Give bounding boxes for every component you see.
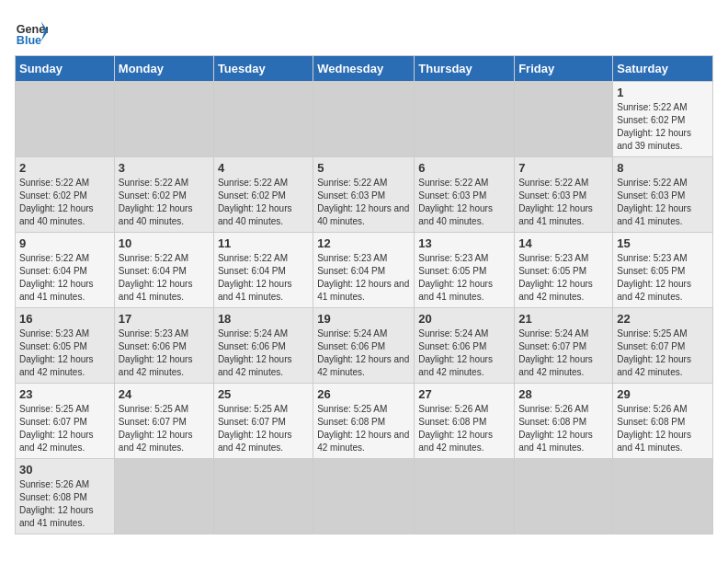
calendar-cell: 15Sunrise: 5:23 AM Sunset: 6:05 PM Dayli… [613, 233, 713, 308]
calendar-cell: 11Sunrise: 5:22 AM Sunset: 6:04 PM Dayli… [213, 233, 313, 308]
calendar-cell: 6Sunrise: 5:22 AM Sunset: 6:03 PM Daylig… [415, 157, 515, 233]
calendar-cell [613, 459, 713, 534]
day-number: 18 [218, 312, 309, 326]
day-info: Sunrise: 5:23 AM Sunset: 6:04 PM Dayligh… [317, 252, 410, 304]
calendar-cell: 24Sunrise: 5:25 AM Sunset: 6:07 PM Dayli… [114, 384, 213, 459]
day-number: 9 [19, 236, 110, 250]
week-row-1: 1Sunrise: 5:22 AM Sunset: 6:02 PM Daylig… [16, 82, 713, 157]
day-info: Sunrise: 5:25 AM Sunset: 6:07 PM Dayligh… [617, 327, 709, 379]
day-number: 16 [19, 312, 110, 326]
day-number: 7 [518, 161, 609, 175]
header-day-tuesday: Tuesday [213, 56, 313, 82]
day-info: Sunrise: 5:22 AM Sunset: 6:02 PM Dayligh… [19, 177, 110, 228]
day-info: Sunrise: 5:22 AM Sunset: 6:04 PM Dayligh… [119, 252, 210, 304]
day-info: Sunrise: 5:22 AM Sunset: 6:03 PM Dayligh… [617, 177, 709, 228]
day-number: 3 [119, 161, 210, 175]
logo: General Blue [15, 15, 48, 48]
header-day-thursday: Thursday [415, 56, 515, 82]
day-number: 28 [518, 387, 609, 401]
day-number: 10 [119, 236, 210, 250]
day-info: Sunrise: 5:22 AM Sunset: 6:04 PM Dayligh… [19, 252, 110, 304]
calendar-cell [114, 459, 213, 534]
calendar-cell [114, 82, 213, 157]
week-row-4: 16Sunrise: 5:23 AM Sunset: 6:05 PM Dayli… [16, 308, 713, 384]
day-number: 14 [518, 236, 609, 250]
calendar-cell: 19Sunrise: 5:24 AM Sunset: 6:06 PM Dayli… [313, 308, 415, 384]
day-number: 11 [218, 236, 309, 250]
calendar-cell: 4Sunrise: 5:22 AM Sunset: 6:02 PM Daylig… [213, 157, 313, 233]
day-number: 2 [19, 161, 110, 175]
header-day-friday: Friday [515, 56, 613, 82]
calendar-cell: 14Sunrise: 5:23 AM Sunset: 6:05 PM Dayli… [515, 233, 613, 308]
day-info: Sunrise: 5:23 AM Sunset: 6:05 PM Dayligh… [19, 327, 110, 379]
calendar-cell: 8Sunrise: 5:22 AM Sunset: 6:03 PM Daylig… [613, 157, 713, 233]
header-day-wednesday: Wednesday [313, 56, 415, 82]
day-number: 8 [617, 161, 709, 175]
day-info: Sunrise: 5:22 AM Sunset: 6:02 PM Dayligh… [218, 177, 309, 228]
calendar-cell: 1Sunrise: 5:22 AM Sunset: 6:02 PM Daylig… [613, 82, 713, 157]
calendar-cell: 7Sunrise: 5:22 AM Sunset: 6:03 PM Daylig… [515, 157, 613, 233]
day-number: 6 [418, 161, 510, 175]
calendar-cell: 25Sunrise: 5:25 AM Sunset: 6:07 PM Dayli… [213, 384, 313, 459]
day-number: 4 [218, 161, 309, 175]
calendar-cell [16, 82, 115, 157]
calendar-cell: 17Sunrise: 5:23 AM Sunset: 6:06 PM Dayli… [114, 308, 213, 384]
day-info: Sunrise: 5:24 AM Sunset: 6:06 PM Dayligh… [317, 327, 410, 379]
calendar-cell: 9Sunrise: 5:22 AM Sunset: 6:04 PM Daylig… [16, 233, 115, 308]
day-info: Sunrise: 5:26 AM Sunset: 6:08 PM Dayligh… [19, 478, 110, 530]
day-info: Sunrise: 5:23 AM Sunset: 6:05 PM Dayligh… [518, 252, 609, 304]
calendar-cell: 29Sunrise: 5:26 AM Sunset: 6:08 PM Dayli… [613, 384, 713, 459]
day-info: Sunrise: 5:23 AM Sunset: 6:05 PM Dayligh… [418, 252, 510, 304]
day-number: 19 [317, 312, 410, 326]
calendar-cell: 28Sunrise: 5:26 AM Sunset: 6:08 PM Dayli… [515, 384, 613, 459]
calendar-cell: 10Sunrise: 5:22 AM Sunset: 6:04 PM Dayli… [114, 233, 213, 308]
logo-icon: General Blue [15, 15, 48, 48]
calendar-cell: 20Sunrise: 5:24 AM Sunset: 6:06 PM Dayli… [415, 308, 515, 384]
day-info: Sunrise: 5:22 AM Sunset: 6:03 PM Dayligh… [518, 177, 609, 228]
calendar-cell: 23Sunrise: 5:25 AM Sunset: 6:07 PM Dayli… [16, 384, 115, 459]
calendar-cell [515, 459, 613, 534]
day-number: 30 [19, 463, 110, 477]
calendar-cell: 3Sunrise: 5:22 AM Sunset: 6:02 PM Daylig… [114, 157, 213, 233]
day-number: 25 [218, 387, 309, 401]
header-row: SundayMondayTuesdayWednesdayThursdayFrid… [16, 56, 713, 82]
day-number: 1 [617, 86, 709, 99]
calendar-cell: 13Sunrise: 5:23 AM Sunset: 6:05 PM Dayli… [415, 233, 515, 308]
day-number: 5 [317, 161, 410, 175]
day-info: Sunrise: 5:25 AM Sunset: 6:07 PM Dayligh… [119, 403, 210, 454]
header-day-monday: Monday [114, 56, 213, 82]
day-info: Sunrise: 5:22 AM Sunset: 6:04 PM Dayligh… [218, 252, 309, 304]
week-row-2: 2Sunrise: 5:22 AM Sunset: 6:02 PM Daylig… [16, 157, 713, 233]
day-info: Sunrise: 5:25 AM Sunset: 6:07 PM Dayligh… [19, 403, 110, 454]
day-info: Sunrise: 5:25 AM Sunset: 6:08 PM Dayligh… [317, 403, 410, 454]
day-number: 21 [518, 312, 609, 326]
day-info: Sunrise: 5:26 AM Sunset: 6:08 PM Dayligh… [518, 403, 609, 454]
day-info: Sunrise: 5:24 AM Sunset: 6:06 PM Dayligh… [218, 327, 309, 379]
day-info: Sunrise: 5:24 AM Sunset: 6:07 PM Dayligh… [518, 327, 609, 379]
day-number: 23 [19, 387, 110, 401]
calendar-cell: 30Sunrise: 5:26 AM Sunset: 6:08 PM Dayli… [16, 459, 115, 534]
day-info: Sunrise: 5:22 AM Sunset: 6:02 PM Dayligh… [119, 177, 210, 228]
day-number: 12 [317, 236, 410, 250]
week-row-6: 30Sunrise: 5:26 AM Sunset: 6:08 PM Dayli… [16, 459, 713, 534]
day-number: 22 [617, 312, 709, 326]
calendar-cell: 2Sunrise: 5:22 AM Sunset: 6:02 PM Daylig… [16, 157, 115, 233]
calendar-table: SundayMondayTuesdayWednesdayThursdayFrid… [15, 55, 713, 534]
header: General Blue [15, 15, 713, 48]
day-info: Sunrise: 5:24 AM Sunset: 6:06 PM Dayligh… [418, 327, 510, 379]
calendar-cell [213, 459, 313, 534]
calendar-cell [313, 82, 415, 157]
calendar-cell: 22Sunrise: 5:25 AM Sunset: 6:07 PM Dayli… [613, 308, 713, 384]
week-row-3: 9Sunrise: 5:22 AM Sunset: 6:04 PM Daylig… [16, 233, 713, 308]
calendar-cell [415, 82, 515, 157]
calendar-cell: 21Sunrise: 5:24 AM Sunset: 6:07 PM Dayli… [515, 308, 613, 384]
day-info: Sunrise: 5:22 AM Sunset: 6:02 PM Dayligh… [617, 101, 709, 153]
calendar-cell: 5Sunrise: 5:22 AM Sunset: 6:03 PM Daylig… [313, 157, 415, 233]
day-number: 17 [119, 312, 210, 326]
day-info: Sunrise: 5:22 AM Sunset: 6:03 PM Dayligh… [418, 177, 510, 228]
calendar-cell [415, 459, 515, 534]
calendar-cell: 12Sunrise: 5:23 AM Sunset: 6:04 PM Dayli… [313, 233, 415, 308]
day-number: 27 [418, 387, 510, 401]
day-info: Sunrise: 5:22 AM Sunset: 6:03 PM Dayligh… [317, 177, 410, 228]
day-number: 26 [317, 387, 410, 401]
